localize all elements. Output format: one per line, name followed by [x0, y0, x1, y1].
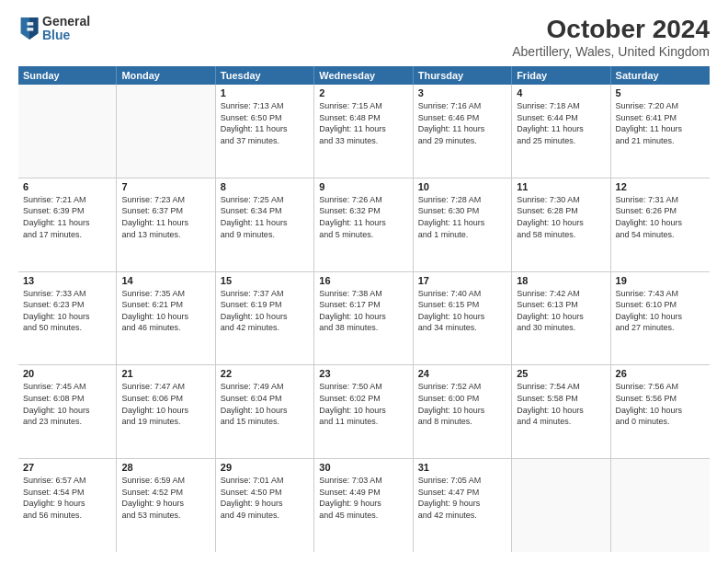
svg-marker-2 [27, 23, 33, 26]
cell-daylight-info: Sunrise: 6:57 AM Sunset: 4:54 PM Dayligh… [23, 475, 111, 521]
calendar-cell [512, 459, 610, 552]
calendar-cell [117, 85, 215, 178]
day-number: 27 [23, 462, 111, 473]
day-number: 10 [418, 181, 506, 192]
cell-daylight-info: Sunrise: 7:50 AM Sunset: 6:02 PM Dayligh… [319, 381, 407, 427]
day-number: 11 [517, 181, 605, 192]
day-number: 4 [517, 87, 605, 98]
cell-daylight-info: Sunrise: 7:45 AM Sunset: 6:08 PM Dayligh… [23, 381, 111, 427]
cell-daylight-info: Sunrise: 7:30 AM Sunset: 6:28 PM Dayligh… [517, 194, 605, 240]
calendar-cell: 27Sunrise: 6:57 AM Sunset: 4:54 PM Dayli… [18, 459, 117, 552]
cell-daylight-info: Sunrise: 7:35 AM Sunset: 6:21 PM Dayligh… [121, 288, 210, 334]
svg-marker-3 [27, 29, 33, 31]
calendar-cell: 14Sunrise: 7:35 AM Sunset: 6:21 PM Dayli… [117, 272, 215, 365]
calendar-cell: 15Sunrise: 7:37 AM Sunset: 6:19 PM Dayli… [216, 272, 314, 365]
calendar-cell: 8Sunrise: 7:25 AM Sunset: 6:34 PM Daylig… [216, 178, 314, 271]
calendar-cell: 13Sunrise: 7:33 AM Sunset: 6:23 PM Dayli… [18, 272, 117, 365]
calendar-cell: 18Sunrise: 7:42 AM Sunset: 6:13 PM Dayli… [512, 272, 610, 365]
day-number: 3 [418, 87, 506, 98]
calendar-cell: 28Sunrise: 6:59 AM Sunset: 4:52 PM Dayli… [117, 459, 215, 552]
calendar-header-cell: Saturday [611, 66, 710, 85]
calendar-body: 1Sunrise: 7:13 AM Sunset: 6:50 PM Daylig… [18, 85, 710, 552]
calendar-cell: 2Sunrise: 7:15 AM Sunset: 6:48 PM Daylig… [314, 85, 413, 178]
calendar-cell: 16Sunrise: 7:38 AM Sunset: 6:17 PM Dayli… [314, 272, 413, 365]
day-number: 12 [616, 181, 705, 192]
cell-daylight-info: Sunrise: 7:40 AM Sunset: 6:15 PM Dayligh… [418, 288, 506, 334]
cell-daylight-info: Sunrise: 7:56 AM Sunset: 5:56 PM Dayligh… [616, 381, 705, 427]
calendar-row: 27Sunrise: 6:57 AM Sunset: 4:54 PM Dayli… [18, 459, 710, 552]
cell-daylight-info: Sunrise: 7:47 AM Sunset: 6:06 PM Dayligh… [121, 381, 210, 427]
cell-daylight-info: Sunrise: 7:01 AM Sunset: 4:50 PM Dayligh… [221, 475, 309, 521]
cell-daylight-info: Sunrise: 6:59 AM Sunset: 4:52 PM Dayligh… [121, 475, 210, 521]
calendar-header-cell: Wednesday [314, 66, 413, 85]
cell-daylight-info: Sunrise: 7:37 AM Sunset: 6:19 PM Dayligh… [221, 288, 309, 334]
cell-daylight-info: Sunrise: 7:16 AM Sunset: 6:46 PM Dayligh… [418, 100, 506, 146]
subtitle: Abertillery, Wales, United Kingdom [512, 44, 710, 59]
calendar-header-cell: Monday [117, 66, 215, 85]
day-number: 30 [319, 462, 407, 473]
calendar-cell: 7Sunrise: 7:23 AM Sunset: 6:37 PM Daylig… [117, 178, 215, 271]
day-number: 24 [418, 368, 506, 379]
logo-icon [20, 17, 39, 40]
calendar-header-cell: Friday [512, 66, 610, 85]
calendar-cell: 10Sunrise: 7:28 AM Sunset: 6:30 PM Dayli… [414, 178, 512, 271]
day-number: 14 [121, 275, 210, 286]
cell-daylight-info: Sunrise: 7:15 AM Sunset: 6:48 PM Dayligh… [319, 100, 407, 146]
logo-general-text: General [42, 15, 90, 29]
calendar-row: 1Sunrise: 7:13 AM Sunset: 6:50 PM Daylig… [18, 85, 710, 178]
day-number: 16 [319, 275, 407, 286]
calendar-cell: 26Sunrise: 7:56 AM Sunset: 5:56 PM Dayli… [611, 365, 710, 458]
calendar-header-cell: Thursday [414, 66, 512, 85]
main-title: October 2024 [512, 15, 710, 44]
calendar-cell: 3Sunrise: 7:16 AM Sunset: 6:46 PM Daylig… [414, 85, 512, 178]
cell-daylight-info: Sunrise: 7:42 AM Sunset: 6:13 PM Dayligh… [517, 288, 605, 334]
cell-daylight-info: Sunrise: 7:13 AM Sunset: 6:50 PM Dayligh… [221, 100, 309, 146]
cell-daylight-info: Sunrise: 7:03 AM Sunset: 4:49 PM Dayligh… [319, 475, 407, 521]
logo: General Blue [18, 15, 90, 43]
day-number: 19 [616, 275, 705, 286]
calendar-cell: 5Sunrise: 7:20 AM Sunset: 6:41 PM Daylig… [611, 85, 710, 178]
calendar-cell: 23Sunrise: 7:50 AM Sunset: 6:02 PM Dayli… [314, 365, 413, 458]
day-number: 29 [221, 462, 309, 473]
calendar-cell: 21Sunrise: 7:47 AM Sunset: 6:06 PM Dayli… [117, 365, 215, 458]
day-number: 2 [319, 87, 407, 98]
cell-daylight-info: Sunrise: 7:20 AM Sunset: 6:41 PM Dayligh… [616, 100, 705, 146]
calendar-cell: 17Sunrise: 7:40 AM Sunset: 6:15 PM Dayli… [414, 272, 512, 365]
cell-daylight-info: Sunrise: 7:05 AM Sunset: 4:47 PM Dayligh… [418, 475, 506, 521]
cell-daylight-info: Sunrise: 7:31 AM Sunset: 6:26 PM Dayligh… [616, 194, 705, 240]
cell-daylight-info: Sunrise: 7:25 AM Sunset: 6:34 PM Dayligh… [221, 194, 309, 240]
cell-daylight-info: Sunrise: 7:49 AM Sunset: 6:04 PM Dayligh… [221, 381, 309, 427]
day-number: 31 [418, 462, 506, 473]
calendar-row: 13Sunrise: 7:33 AM Sunset: 6:23 PM Dayli… [18, 272, 710, 366]
calendar: SundayMondayTuesdayWednesdayThursdayFrid… [18, 66, 710, 552]
day-number: 21 [121, 368, 210, 379]
cell-daylight-info: Sunrise: 7:26 AM Sunset: 6:32 PM Dayligh… [319, 194, 407, 240]
cell-daylight-info: Sunrise: 7:52 AM Sunset: 6:00 PM Dayligh… [418, 381, 506, 427]
calendar-cell: 31Sunrise: 7:05 AM Sunset: 4:47 PM Dayli… [414, 459, 512, 552]
calendar-cell: 12Sunrise: 7:31 AM Sunset: 6:26 PM Dayli… [611, 178, 710, 271]
day-number: 13 [23, 275, 111, 286]
calendar-cell [18, 85, 117, 178]
calendar-cell [611, 459, 710, 552]
calendar-cell: 9Sunrise: 7:26 AM Sunset: 6:32 PM Daylig… [314, 178, 413, 271]
cell-daylight-info: Sunrise: 7:18 AM Sunset: 6:44 PM Dayligh… [517, 100, 605, 146]
title-block: October 2024 Abertillery, Wales, United … [512, 15, 710, 59]
day-number: 6 [23, 181, 111, 192]
logo-blue-text: Blue [42, 29, 90, 42]
calendar-cell: 6Sunrise: 7:21 AM Sunset: 6:39 PM Daylig… [18, 178, 117, 271]
cell-daylight-info: Sunrise: 7:23 AM Sunset: 6:37 PM Dayligh… [121, 194, 210, 240]
day-number: 9 [319, 181, 407, 192]
calendar-cell: 11Sunrise: 7:30 AM Sunset: 6:28 PM Dayli… [512, 178, 610, 271]
day-number: 22 [221, 368, 309, 379]
calendar-cell: 4Sunrise: 7:18 AM Sunset: 6:44 PM Daylig… [512, 85, 610, 178]
calendar-cell: 22Sunrise: 7:49 AM Sunset: 6:04 PM Dayli… [216, 365, 314, 458]
cell-daylight-info: Sunrise: 7:21 AM Sunset: 6:39 PM Dayligh… [23, 194, 111, 240]
cell-daylight-info: Sunrise: 7:28 AM Sunset: 6:30 PM Dayligh… [418, 194, 506, 240]
calendar-cell: 25Sunrise: 7:54 AM Sunset: 5:58 PM Dayli… [512, 365, 610, 458]
cell-daylight-info: Sunrise: 7:54 AM Sunset: 5:58 PM Dayligh… [517, 381, 605, 427]
day-number: 8 [221, 181, 309, 192]
day-number: 5 [616, 87, 705, 98]
day-number: 25 [517, 368, 605, 379]
cell-daylight-info: Sunrise: 7:43 AM Sunset: 6:10 PM Dayligh… [616, 288, 705, 334]
day-number: 18 [517, 275, 605, 286]
